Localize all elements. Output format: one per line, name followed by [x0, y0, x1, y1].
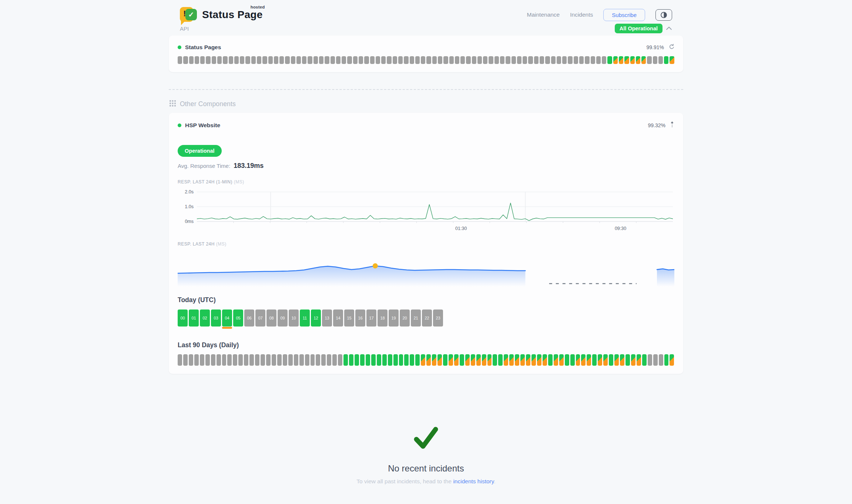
hour-block-06: 06 — [244, 309, 254, 327]
uptime-bar — [296, 56, 301, 64]
day-bar — [642, 354, 647, 366]
day-bar — [587, 354, 591, 366]
day-bar — [614, 354, 619, 366]
day-bar — [670, 354, 674, 366]
day-bar — [603, 354, 608, 366]
uptime-bar — [262, 56, 267, 64]
uptime-bar — [376, 56, 380, 64]
uptime-bar — [630, 56, 635, 64]
uptime-bar — [381, 56, 386, 64]
theme-toggle-button[interactable] — [655, 9, 672, 21]
uptime-bar — [483, 56, 487, 64]
arrow-up-icon[interactable] — [670, 121, 674, 129]
day-bar — [332, 354, 337, 366]
no-incidents-section: No recent incidents To view all past inc… — [169, 426, 683, 485]
logo-title: Status Page hosted — [202, 9, 263, 21]
uptime-bar — [664, 56, 668, 64]
no-incidents-title: No recent incidents — [169, 463, 683, 474]
uptime-bar — [325, 56, 329, 64]
day-bar — [598, 354, 602, 366]
hour-block-02: 02 — [200, 309, 210, 327]
uptime-bar — [178, 56, 182, 64]
uptime-bar — [658, 56, 663, 64]
hour-block-04: 04 — [222, 309, 232, 327]
uptime-bar — [421, 56, 425, 64]
day-bar — [581, 354, 586, 366]
day-bar — [338, 354, 342, 366]
refresh-icon[interactable] — [668, 44, 674, 51]
uptime-bar — [404, 56, 408, 64]
hour-block-14: 14 — [333, 309, 343, 327]
uptime-bar — [443, 56, 448, 64]
day-bar — [426, 354, 431, 366]
uptime-bar — [551, 56, 556, 64]
day-bar — [520, 354, 525, 366]
uptime-bar — [370, 56, 375, 64]
status-pages-strip — [178, 56, 674, 64]
uptime-bar — [607, 56, 612, 64]
day-bar — [637, 354, 641, 366]
uptime-bar — [223, 56, 227, 64]
day-bar — [460, 354, 464, 366]
day-bar — [261, 354, 265, 366]
day-bar — [200, 354, 204, 366]
uptime-percent: 99.91% — [647, 44, 664, 50]
overall-status-badge[interactable]: All Operational — [615, 24, 663, 33]
uptime-bar — [523, 56, 527, 64]
today-title: Today (UTC) — [178, 296, 674, 304]
uptime-bar — [489, 56, 493, 64]
uptime-bar — [585, 56, 589, 64]
nav-item-maintenance[interactable]: Maintenance — [527, 11, 560, 18]
incidents-history-link[interactable]: incidents history — [453, 478, 494, 484]
day-bar — [255, 354, 259, 366]
uptime-bar — [540, 56, 544, 64]
day-bar — [482, 354, 486, 366]
svg-text:01:30: 01:30 — [455, 226, 467, 231]
day-bar — [244, 354, 248, 366]
uptime-bar — [477, 56, 482, 64]
section-divider — [169, 89, 683, 90]
uptime-bar — [347, 56, 352, 64]
day-bar — [410, 354, 414, 366]
day-bar — [233, 354, 237, 366]
uptime-bar — [313, 56, 318, 64]
svg-text:2.0s: 2.0s — [185, 189, 194, 195]
uptime-bar — [494, 56, 499, 64]
uptime-bar — [353, 56, 358, 64]
uptime-bar — [189, 56, 194, 64]
subtitle-suffix: . — [494, 478, 495, 484]
chevron-up-icon[interactable] — [666, 25, 672, 32]
uptime-bar — [268, 56, 273, 64]
day-bar — [222, 354, 227, 366]
subscribe-button[interactable]: Subscribe — [603, 9, 645, 21]
uptime-bar — [574, 56, 578, 64]
day-bar — [570, 354, 575, 366]
day-bar — [592, 354, 597, 366]
hour-block-08: 08 — [266, 309, 276, 327]
hour-block-01: 01 — [189, 309, 199, 327]
nav-item-incidents[interactable]: Incidents — [570, 11, 593, 18]
day-bar — [487, 354, 492, 366]
day-bar — [299, 354, 304, 366]
uptime-bar — [460, 56, 465, 64]
svg-text:0ms: 0ms — [185, 219, 194, 224]
day-bar — [648, 354, 652, 366]
uptime-bar — [206, 56, 210, 64]
uptime-bar — [449, 56, 454, 64]
uptime-bar — [432, 56, 437, 64]
day-bar — [393, 354, 398, 366]
uptime-bar — [506, 56, 510, 64]
day-bar — [437, 354, 442, 366]
hour-block-13: 13 — [322, 309, 332, 327]
daily-chart-label: RESP. LAST 24H (MS) — [178, 241, 674, 247]
svg-text:1.0s: 1.0s — [185, 204, 194, 209]
uptime-bar — [426, 56, 431, 64]
hour-block-11: 11 — [300, 309, 310, 327]
uptime-bar — [279, 56, 284, 64]
contrast-icon — [660, 14, 667, 20]
resp-minute-chart: 2.0s1.0s0ms01:3009:30 — [178, 188, 674, 232]
day-bar — [311, 354, 315, 366]
uptime-bar — [240, 56, 244, 64]
logo[interactable]: ! ✓ Status Page hosted — [180, 6, 263, 24]
uptime-bar — [359, 56, 363, 64]
